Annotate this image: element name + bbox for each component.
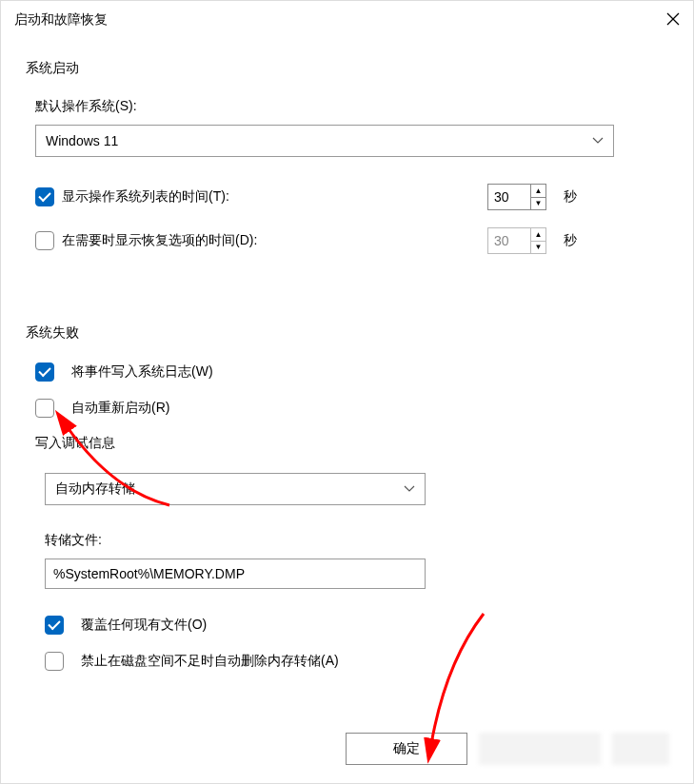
blurred-button [479, 733, 601, 765]
seconds-unit: 秒 [564, 188, 577, 206]
debug-info-combo[interactable]: 自动内存转储 [45, 473, 426, 505]
show-recovery-time-value: 30 [488, 228, 530, 253]
debug-info-value: 自动内存转储 [55, 480, 135, 498]
ok-button-label: 确定 [393, 740, 420, 757]
system-startup-label: 系统启动 [26, 60, 668, 77]
spin-down-icon: ▼ [531, 242, 545, 254]
auto-restart-label: 自动重新启动(R) [71, 400, 169, 417]
seconds-unit: 秒 [564, 232, 577, 249]
titlebar: 启动和故障恢复 [1, 1, 693, 39]
button-row: 确定 [0, 723, 694, 774]
debug-info-label: 写入调试信息 [35, 435, 668, 452]
disable-auto-delete-checkbox[interactable] [45, 652, 64, 671]
close-icon [666, 12, 680, 26]
dialog-title: 启动和故障恢复 [14, 11, 108, 29]
ok-button[interactable]: 确定 [346, 733, 467, 765]
spin-down-icon[interactable]: ▼ [531, 198, 545, 210]
overwrite-checkbox[interactable] [45, 616, 64, 635]
startup-recovery-dialog: 启动和故障恢复 系统启动 默认操作系统(S): Windows 11 显示操作系… [0, 0, 694, 784]
blurred-area [612, 733, 669, 765]
show-recovery-time-spinner: 30 ▲ ▼ [487, 227, 546, 254]
overwrite-label: 覆盖任何现有文件(O) [81, 617, 207, 634]
spin-up-icon[interactable]: ▲ [531, 185, 545, 198]
show-recovery-label: 在需要时显示恢复选项的时间(D): [62, 232, 257, 249]
auto-restart-checkbox[interactable] [35, 399, 54, 418]
show-recovery-checkbox[interactable] [35, 231, 54, 250]
default-os-value: Windows 11 [46, 133, 118, 148]
chevron-down-icon [404, 482, 415, 496]
show-os-list-label: 显示操作系统列表的时间(T): [62, 188, 229, 206]
write-event-label: 将事件写入系统日志(W) [71, 363, 213, 381]
default-os-combo[interactable]: Windows 11 [35, 125, 614, 157]
dump-file-input[interactable] [45, 559, 426, 589]
close-button[interactable] [649, 10, 680, 30]
default-os-label: 默认操作系统(S): [35, 98, 668, 115]
dump-file-label: 转储文件: [45, 532, 668, 549]
show-os-list-time-value: 30 [488, 185, 530, 209]
spin-up-icon: ▲ [531, 228, 545, 242]
write-event-checkbox[interactable] [35, 363, 54, 382]
system-failure-label: 系统失败 [26, 324, 668, 342]
show-os-list-time-spinner[interactable]: 30 ▲ ▼ [487, 184, 546, 210]
chevron-down-icon [592, 134, 604, 147]
show-os-list-checkbox[interactable] [35, 187, 54, 206]
disable-auto-delete-label: 禁止在磁盘空间不足时自动删除内存转储(A) [81, 653, 339, 670]
